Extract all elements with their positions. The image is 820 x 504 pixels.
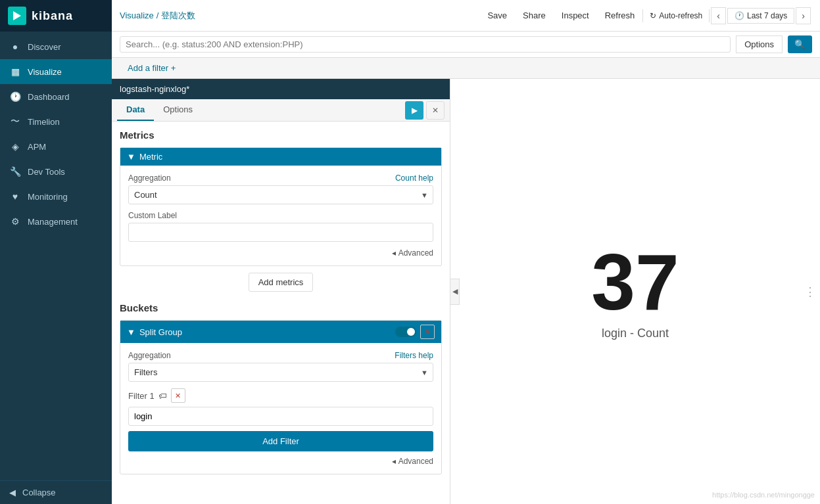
sidebar-logo[interactable]: kibana <box>0 0 112 32</box>
x-icon-filter: ✕ <box>175 392 181 400</box>
search-input-wrap <box>120 36 731 53</box>
sidebar-item-label: Timelion <box>28 117 60 127</box>
watermark: https://blog.csdn.net/mingongge <box>712 491 815 499</box>
topbar-actions: Save Share Inspect Refresh ↻ Auto-refres… <box>479 7 812 24</box>
aggregation-label: Aggregation <box>128 173 171 183</box>
sidebar-item-visualize[interactable]: ▦ Visualize <box>0 59 112 84</box>
search-icon: 🔍 <box>794 39 806 49</box>
kibana-logo-icon <box>8 7 26 25</box>
panel-tabs: Data Options ▶ ✕ <box>112 99 450 122</box>
panel-collapse-handle[interactable]: ◀ <box>450 279 460 305</box>
sidebar-item-label: Dashboard <box>28 92 70 102</box>
filter1-row: Filter 1 🏷 ✕ <box>128 388 433 403</box>
delete-bucket-button[interactable]: ✕ <box>420 325 435 339</box>
date-next-button[interactable]: › <box>796 7 811 24</box>
sidebar-item-label: APM <box>28 142 46 152</box>
buckets-advanced-label: Advanced <box>398 457 433 466</box>
custom-label-input[interactable] <box>128 223 433 242</box>
x-icon: ✕ <box>425 328 431 336</box>
close-icon: ✕ <box>432 106 439 115</box>
sidebar-item-label: Monitoring <box>28 192 68 202</box>
breadcrumb-visualize[interactable]: Visualize <box>120 11 154 20</box>
chevron-left-icon-bucket: ◂ <box>392 457 396 466</box>
collapse-icon: ◀ <box>9 488 16 497</box>
date-prev-button[interactable]: ‹ <box>711 7 726 24</box>
aggregation-select-wrap: Count Average Sum Min Max ▼ <box>128 185 433 204</box>
inspect-button[interactable]: Inspect <box>554 7 597 24</box>
right-panel: ◀ 37 login - Count ⋮ https://blog.csdn.n… <box>450 79 820 504</box>
bucket-aggregation-select[interactable]: Filters Terms Range Date Range <box>128 363 433 382</box>
panel-content: Metrics ▼ Metric Aggregation Count help <box>112 122 450 504</box>
sidebar-item-apm[interactable]: ◈ APM <box>0 134 112 159</box>
date-range-label: Last 7 days <box>747 11 787 20</box>
auto-refresh-button[interactable]: ↻ Auto-refresh <box>643 9 709 23</box>
custom-label-label: Custom Label <box>128 211 433 220</box>
share-button[interactable]: Share <box>515 7 554 24</box>
play-button[interactable]: ▶ <box>405 101 423 120</box>
advanced-label: Advanced <box>398 248 433 258</box>
sidebar-item-timelion[interactable]: 〜 Timelion <box>0 109 112 134</box>
visualization-container: 37 login - Count <box>591 242 679 340</box>
index-pattern-header: logstash-nginxlog* <box>112 79 450 99</box>
bucket-block: ▼ Split Group ✕ <box>120 320 442 474</box>
count-help-link[interactable]: Count help <box>395 173 433 183</box>
bucket-aggregation-select-wrap: Filters Terms Range Date Range ▼ <box>128 363 433 382</box>
add-filter-button[interactable]: Add a filter + <box>120 60 183 76</box>
filters-help-link[interactable]: Filters help <box>395 351 433 360</box>
viz-label: login - Count <box>602 327 669 340</box>
index-pattern-name: logstash-nginxlog* <box>120 84 189 94</box>
close-button[interactable]: ✕ <box>426 101 445 120</box>
chevron-down-icon: ▼ <box>127 152 135 162</box>
clock-icon: 🕐 <box>735 11 744 20</box>
buckets-advanced-link[interactable]: ◂ Advanced <box>128 457 433 466</box>
auto-refresh-label: Auto-refresh <box>659 11 702 20</box>
devtools-icon: 🔧 <box>9 166 21 177</box>
options-button[interactable]: Options <box>736 35 783 53</box>
sidebar-item-monitoring[interactable]: ♥ Monitoring <box>0 184 112 209</box>
custom-label-row: Custom Label <box>128 211 433 242</box>
buckets-title: Buckets <box>120 302 442 313</box>
content-area: logstash-nginxlog* Data Options ▶ ✕ <box>112 79 820 504</box>
breadcrumb-separator: / <box>157 11 159 20</box>
filter1-input[interactable] <box>128 407 433 426</box>
filter-tag-icon: 🏷 <box>158 391 167 401</box>
add-filter-bar: Add a filter + <box>112 58 820 79</box>
save-button[interactable]: Save <box>479 7 515 24</box>
refresh-button[interactable]: Refresh <box>597 7 643 24</box>
metric-header[interactable]: ▼ Metric <box>120 148 441 166</box>
metrics-section: Metrics ▼ Metric Aggregation Count help <box>120 129 442 292</box>
sidebar: kibana ● Discover ▦ Visualize 🕐 Dashboar… <box>0 0 112 504</box>
date-range-button[interactable]: 🕐 Last 7 days <box>727 8 794 24</box>
timelion-icon: 〜 <box>9 116 21 127</box>
aggregation-select[interactable]: Count Average Sum Min Max <box>128 185 433 204</box>
bucket-header[interactable]: ▼ Split Group ✕ <box>120 321 441 343</box>
add-metrics-button[interactable]: Add metrics <box>249 273 314 292</box>
aggregation-row: Aggregation Count help Count Average Sum… <box>128 173 433 204</box>
sidebar-item-devtools[interactable]: 🔧 Dev Tools <box>0 159 112 184</box>
delete-filter1-button[interactable]: ✕ <box>171 388 185 403</box>
metrics-advanced-link[interactable]: ◂ Advanced <box>128 248 433 258</box>
search-submit-button[interactable]: 🔍 <box>788 35 812 53</box>
topbar-divider2 <box>709 9 710 22</box>
monitoring-icon: ♥ <box>9 191 21 202</box>
tab-options[interactable]: Options <box>154 99 202 121</box>
sidebar-collapse[interactable]: ◀ Collapse <box>0 480 112 504</box>
sidebar-item-dashboard[interactable]: 🕐 Dashboard <box>0 84 112 109</box>
management-icon: ⚙ <box>9 216 21 227</box>
metric-block: ▼ Metric Aggregation Count help <box>120 147 442 266</box>
sidebar-item-label: Discover <box>28 42 61 52</box>
sidebar-item-label: Visualize <box>28 67 62 77</box>
bucket-aggregation-label-row: Aggregation Filters help <box>128 351 433 360</box>
ellipsis-menu-button[interactable]: ⋮ <box>804 285 816 299</box>
main-content: Visualize / 登陆次数 Save Share Inspect Refr… <box>112 0 820 504</box>
split-group-toggle[interactable] <box>395 327 416 337</box>
sidebar-item-discover[interactable]: ● Discover <box>0 34 112 59</box>
sidebar-nav: ● Discover ▦ Visualize 🕐 Dashboard 〜 Tim… <box>0 32 112 480</box>
metrics-title: Metrics <box>120 129 442 141</box>
sidebar-item-management[interactable]: ⚙ Management <box>0 209 112 234</box>
search-input[interactable] <box>126 39 725 49</box>
discover-icon: ● <box>9 41 21 53</box>
play-icon: ▶ <box>412 106 418 115</box>
tab-data[interactable]: Data <box>117 99 154 121</box>
add-filter-button-bucket[interactable]: Add Filter <box>128 431 433 451</box>
